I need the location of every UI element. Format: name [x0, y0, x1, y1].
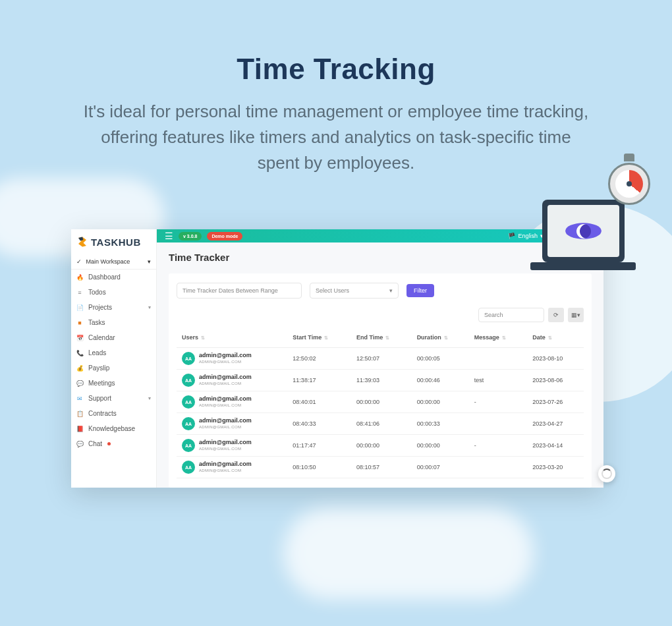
cell-end: 00:00:00	[351, 391, 412, 413]
user-email: admin@gmail.com	[199, 395, 252, 403]
avatar: AA	[182, 395, 195, 409]
sidebar-item-todos[interactable]: ≡Todos	[71, 285, 156, 300]
chevron-down-icon: ▾	[389, 287, 393, 294]
col-duration[interactable]: Duration⇅	[412, 327, 469, 348]
hero-title: Time Tracking	[40, 53, 632, 86]
user-sub: ADMIN@GMAIL.COM	[199, 447, 252, 452]
cell-date: 2023-08-06	[527, 370, 584, 391]
cell-message	[469, 348, 528, 370]
table-row[interactable]: AA admin@gmail.com ADMIN@GMAIL.COM 12:50…	[177, 348, 584, 370]
sidebar-item-leads[interactable]: 📞Leads	[71, 345, 156, 360]
logo-text: TASKHUB	[91, 237, 141, 248]
nav-icon: 💬	[76, 441, 83, 447]
nav-icon: 📞	[76, 350, 83, 356]
stopwatch-icon	[603, 155, 656, 208]
sidebar-item-payslip[interactable]: 💰Payslip	[71, 360, 156, 376]
table-row[interactable]: AA admin@gmail.com ADMIN@GMAIL.COM 11:38…	[177, 370, 584, 391]
menu-toggle-icon[interactable]: ☰	[165, 231, 173, 241]
app-window: TASKHUB ✓ Main Workspace ▾ 🔥Dashboard≡To…	[71, 229, 603, 488]
time-tracker-table: Users⇅ Start Time⇅ End Time⇅ Duration⇅ M…	[177, 327, 584, 478]
user-email: admin@gmail.com	[199, 417, 252, 425]
table-row[interactable]: AA admin@gmail.com ADMIN@GMAIL.COM 01:17…	[177, 435, 584, 457]
table-row[interactable]: AA admin@gmail.com ADMIN@GMAIL.COM 08:40…	[177, 391, 584, 413]
cell-message: -	[469, 435, 528, 457]
cell-message	[469, 457, 528, 478]
sidebar-item-calendar[interactable]: 📅Calendar	[71, 330, 156, 345]
user-email: admin@gmail.com	[199, 352, 252, 360]
table-row[interactable]: AA admin@gmail.com ADMIN@GMAIL.COM 08:40…	[177, 413, 584, 435]
mode-badge: Demo mode	[207, 232, 242, 241]
user-sub: ADMIN@GMAIL.COM	[199, 360, 252, 365]
filters-card: Time Tracker Dates Between Range Select …	[169, 273, 592, 488]
user-email: admin@gmail.com	[199, 439, 252, 447]
cell-duration: 00:00:00	[412, 435, 469, 457]
cell-start: 01:17:47	[287, 435, 351, 457]
nav-icon: 📋	[76, 411, 83, 417]
user-sub: ADMIN@GMAIL.COM	[199, 403, 252, 409]
sidebar-item-support[interactable]: ✉Support▾	[71, 391, 156, 406]
col-users[interactable]: Users⇅	[177, 327, 287, 348]
table-row[interactable]: AA admin@gmail.com ADMIN@GMAIL.COM 08:10…	[177, 457, 584, 478]
user-sub: ADMIN@GMAIL.COM	[199, 425, 252, 430]
sidebar-item-dashboard[interactable]: 🔥Dashboard	[71, 270, 156, 285]
cell-date: 2023-08-10	[527, 348, 584, 370]
nav-label: Calendar	[88, 334, 115, 341]
cell-duration: 00:00:00	[412, 391, 469, 413]
cell-end: 08:41:06	[351, 413, 412, 435]
user-email: admin@gmail.com	[199, 374, 252, 382]
col-message[interactable]: Message⇅	[469, 327, 528, 348]
nav-icon: ≡	[76, 289, 83, 296]
nav-label: Leads	[88, 349, 106, 356]
cell-message: test	[469, 370, 528, 391]
cell-date: 2023-03-20	[527, 457, 584, 478]
cell-start: 08:10:50	[287, 457, 351, 478]
avatar: AA	[182, 374, 195, 387]
sidebar-item-tasks[interactable]: ■Tasks	[71, 315, 156, 330]
avatar: AA	[182, 461, 195, 474]
logo[interactable]: TASKHUB	[71, 229, 156, 254]
cell-duration: 00:00:46	[412, 370, 469, 391]
avatar: AA	[182, 439, 195, 452]
sidebar-item-meetings[interactable]: 💬Meetings	[71, 376, 156, 391]
cell-end: 00:00:00	[351, 435, 412, 457]
nav-icon: 💰	[76, 365, 83, 372]
sidebar-item-projects[interactable]: 📄Projects▾	[71, 300, 156, 315]
cell-start: 08:40:33	[287, 413, 351, 435]
sidebar-item-contracts[interactable]: 📋Contracts	[71, 406, 156, 421]
eye-icon	[565, 219, 602, 242]
filter-button[interactable]: Filter	[406, 284, 434, 297]
user-sub: ADMIN@GMAIL.COM	[199, 382, 252, 387]
user-sub: ADMIN@GMAIL.COM	[199, 469, 252, 474]
nav-icon: 📄	[76, 304, 83, 311]
logo-icon	[76, 236, 88, 248]
date-range-input[interactable]: Time Tracker Dates Between Range	[177, 283, 302, 299]
search-input[interactable]: Search	[478, 308, 544, 322]
users-select[interactable]: Select Users ▾	[310, 283, 399, 299]
check-icon: ✓	[76, 258, 82, 265]
cell-end: 11:39:03	[351, 370, 412, 391]
nav-label: Projects	[88, 304, 112, 311]
sidebar-item-chat[interactable]: 💬Chat	[71, 436, 156, 451]
refresh-button[interactable]: ⟳	[548, 308, 564, 322]
sidebar-item-knowledgebase[interactable]: 📕Knowledgebase	[71, 421, 156, 436]
hero-subtitle: It's ideal for personal time management …	[79, 99, 593, 176]
nav-icon: 📅	[76, 335, 83, 341]
nav-icon: 📕	[76, 426, 83, 432]
cell-end: 12:50:07	[351, 348, 412, 370]
nav-label: Todos	[88, 289, 106, 296]
col-start[interactable]: Start Time⇅	[287, 327, 351, 348]
view-toggle-button[interactable]: ▦▾	[568, 308, 584, 322]
nav-icon: 🔥	[76, 274, 83, 281]
chevron-down-icon: ▾	[148, 395, 151, 401]
cell-duration: 00:00:05	[412, 348, 469, 370]
user-email: admin@gmail.com	[199, 461, 252, 469]
nav-label: Support	[88, 395, 111, 402]
col-date[interactable]: Date⇅	[527, 327, 584, 348]
workspace-selector[interactable]: ✓ Main Workspace ▾	[71, 254, 156, 270]
cell-message	[469, 413, 528, 435]
cell-duration: 00:00:07	[412, 457, 469, 478]
col-end[interactable]: End Time⇅	[351, 327, 412, 348]
avatar: AA	[182, 352, 195, 365]
avatar: AA	[182, 417, 195, 430]
nav-label: Tasks	[88, 319, 105, 326]
